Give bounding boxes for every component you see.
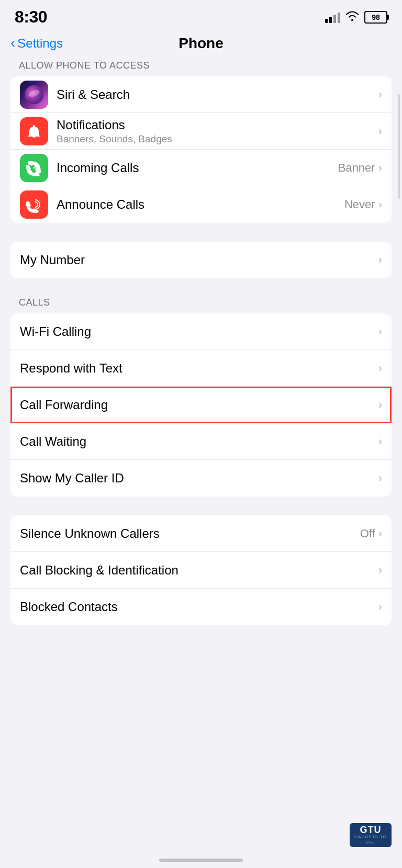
respond-with-text-content: Respond with Text xyxy=(20,361,373,376)
status-bar: 8:30 98 xyxy=(0,0,402,31)
show-my-caller-id-label: Show My Caller ID xyxy=(20,471,373,486)
list-item-call-forwarding[interactable]: Call Forwarding › xyxy=(10,387,392,423)
section-caller-options: Silence Unknown Callers Off › Call Block… xyxy=(0,515,402,625)
call-waiting-label: Call Waiting xyxy=(20,434,373,449)
blocked-contacts-right: › xyxy=(378,600,382,614)
call-forwarding-content: Call Forwarding xyxy=(20,398,373,412)
back-button[interactable]: ‹ Settings xyxy=(10,36,63,51)
list-item-siri-search[interactable]: Siri & Search › xyxy=(10,76,392,113)
list-item-silence-unknown[interactable]: Silence Unknown Callers Off › xyxy=(10,515,392,552)
section-my-number: My Number › xyxy=(0,242,402,278)
call-forwarding-right: › xyxy=(378,398,382,412)
caller-options-list: Silence Unknown Callers Off › Call Block… xyxy=(10,515,392,625)
status-icons: 98 xyxy=(325,10,387,24)
list-item-call-blocking[interactable]: Call Blocking & Identification › xyxy=(10,552,392,589)
silence-unknown-content: Silence Unknown Callers xyxy=(20,526,355,541)
list-item-respond-with-text[interactable]: Respond with Text › xyxy=(10,350,392,387)
siri-search-label: Siri & Search xyxy=(57,87,373,102)
respond-with-text-label: Respond with Text xyxy=(20,361,373,376)
my-number-label: My Number xyxy=(20,253,373,267)
call-blocking-label: Call Blocking & Identification xyxy=(20,563,373,578)
my-number-right: › xyxy=(378,253,382,267)
notifications-chevron: › xyxy=(378,125,382,138)
silence-unknown-chevron: › xyxy=(378,527,382,540)
watermark: GTU GADGETS TO USE xyxy=(350,823,392,847)
my-number-content: My Number xyxy=(20,253,373,267)
show-my-caller-id-chevron: › xyxy=(378,471,382,485)
wifi-calling-content: Wi-Fi Calling xyxy=(20,324,373,339)
back-label[interactable]: Settings xyxy=(17,36,63,51)
list-item-wifi-calling[interactable]: Wi-Fi Calling › xyxy=(10,313,392,350)
call-blocking-right: › xyxy=(378,563,382,577)
list-item-blocked-contacts[interactable]: Blocked Contacts › xyxy=(10,589,392,625)
show-my-caller-id-right: › xyxy=(378,471,382,485)
section-calls: CALLS Wi-Fi Calling › Respond with Text … xyxy=(0,297,402,497)
my-number-chevron: › xyxy=(378,253,382,267)
siri-search-right: › xyxy=(378,88,382,102)
respond-with-text-right: › xyxy=(378,362,382,375)
wifi-calling-label: Wi-Fi Calling xyxy=(20,324,373,339)
watermark-logo: GTU xyxy=(360,825,382,835)
allow-phone-access-list: Siri & Search › Notifications Banners, S… xyxy=(10,76,392,223)
siri-search-chevron: › xyxy=(378,88,382,102)
battery-icon: 98 xyxy=(364,11,387,24)
list-item-show-my-caller-id[interactable]: Show My Caller ID › xyxy=(10,460,392,497)
blocked-contacts-content: Blocked Contacts xyxy=(20,600,373,614)
call-waiting-chevron: › xyxy=(378,435,382,448)
list-item-my-number[interactable]: My Number › xyxy=(10,242,392,278)
incoming-calls-right: Banner › xyxy=(338,161,382,175)
call-waiting-right: › xyxy=(378,435,382,448)
navigation-bar: ‹ Settings Phone xyxy=(0,31,402,60)
list-item-notifications[interactable]: Notifications Banners, Sounds, Badges › xyxy=(10,113,392,150)
announce-calls-chevron: › xyxy=(378,198,382,211)
incoming-calls-label: Incoming Calls xyxy=(57,161,333,175)
status-time: 8:30 xyxy=(15,7,47,27)
siri-search-content: Siri & Search xyxy=(57,87,373,102)
announce-calls-right: Never › xyxy=(344,198,382,211)
section-header-allow: ALLOW PHONE TO ACCESS xyxy=(0,60,402,76)
scrollbar[interactable] xyxy=(398,94,400,199)
notifications-content: Notifications Banners, Sounds, Badges xyxy=(57,118,373,145)
silence-unknown-label: Silence Unknown Callers xyxy=(20,526,355,541)
call-blocking-chevron: › xyxy=(378,563,382,577)
home-indicator xyxy=(159,859,243,862)
incoming-calls-icon xyxy=(20,154,48,182)
signal-icon xyxy=(325,12,340,23)
calls-list: Wi-Fi Calling › Respond with Text › Call… xyxy=(10,313,392,497)
section-allow-phone-access: ALLOW PHONE TO ACCESS Siri & Search › No… xyxy=(0,60,402,223)
watermark-text: GADGETS TO USE xyxy=(351,835,390,844)
wifi-icon xyxy=(345,10,359,24)
silence-unknown-right: Off › xyxy=(360,527,382,540)
notifications-label: Notifications xyxy=(57,118,373,132)
incoming-calls-chevron: › xyxy=(378,161,382,175)
blocked-contacts-chevron: › xyxy=(378,600,382,614)
call-forwarding-chevron: › xyxy=(378,398,382,412)
notifications-icon xyxy=(20,117,48,145)
blocked-contacts-label: Blocked Contacts xyxy=(20,600,373,614)
announce-calls-content: Announce Calls xyxy=(57,197,339,212)
wifi-calling-chevron: › xyxy=(378,325,382,339)
notifications-subtitle: Banners, Sounds, Badges xyxy=(57,133,373,145)
announce-calls-label: Announce Calls xyxy=(57,197,339,212)
siri-search-icon xyxy=(20,81,48,109)
announce-calls-icon xyxy=(20,190,48,219)
call-waiting-content: Call Waiting xyxy=(20,434,373,449)
show-my-caller-id-content: Show My Caller ID xyxy=(20,471,373,486)
back-chevron-icon: ‹ xyxy=(10,36,15,50)
silence-unknown-value: Off xyxy=(360,527,375,540)
siri-orb xyxy=(25,85,43,104)
list-item-call-waiting[interactable]: Call Waiting › xyxy=(10,423,392,460)
my-number-list: My Number › xyxy=(10,242,392,278)
incoming-calls-content: Incoming Calls xyxy=(57,161,333,175)
incoming-calls-value: Banner xyxy=(338,161,375,175)
call-blocking-content: Call Blocking & Identification xyxy=(20,563,373,578)
call-forwarding-label: Call Forwarding xyxy=(20,398,373,412)
section-header-calls: CALLS xyxy=(0,297,402,313)
respond-with-text-chevron: › xyxy=(378,362,382,375)
list-item-announce-calls[interactable]: Announce Calls Never › xyxy=(10,186,392,223)
announce-calls-value: Never xyxy=(344,198,375,211)
page-title: Phone xyxy=(178,35,224,52)
notifications-right: › xyxy=(378,125,382,138)
list-item-incoming-calls[interactable]: Incoming Calls Banner › xyxy=(10,150,392,186)
wifi-calling-right: › xyxy=(378,325,382,339)
